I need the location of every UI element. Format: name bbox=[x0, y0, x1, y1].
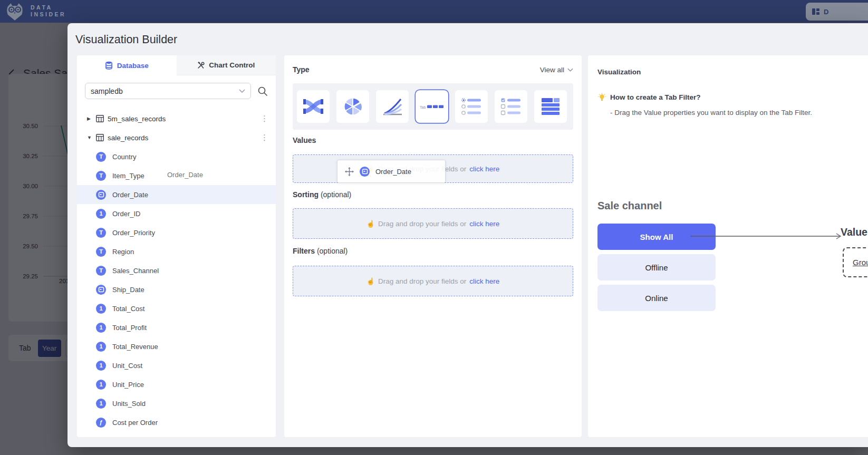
app-root: Sales Sa 30.5030.2530.0029.7529.5029.252… bbox=[0, 0, 868, 455]
pie-icon bbox=[343, 96, 363, 117]
chart-type-radio-list[interactable] bbox=[455, 90, 488, 123]
chart-type-line[interactable] bbox=[376, 90, 409, 123]
search-icon[interactable] bbox=[257, 86, 268, 96]
dashboard-button[interactable]: D bbox=[806, 3, 868, 21]
view-all-button[interactable]: View all bbox=[540, 66, 573, 74]
type-section-header: Type View all bbox=[293, 65, 573, 74]
table-icon bbox=[96, 134, 104, 141]
text-field-icon: T bbox=[96, 266, 106, 276]
caret-down-icon[interactable]: ▼ bbox=[87, 135, 92, 140]
type-section-label: Type bbox=[293, 65, 310, 74]
chart-type-pie[interactable] bbox=[336, 90, 369, 123]
text-field-icon: T bbox=[96, 247, 106, 257]
tree-row-sale-records[interactable]: ▼sale_records⋮ bbox=[77, 128, 276, 147]
visualization-preview-panel: Visualization How to create a Tab Filter… bbox=[588, 55, 868, 437]
tree-row-item-type[interactable]: TItem_Type bbox=[77, 166, 276, 185]
preview-tab-offline[interactable]: Offline bbox=[597, 254, 716, 280]
tree-row-order-priority[interactable]: TOrder_Priority bbox=[77, 223, 276, 242]
top-navbar: DATA INSIDER D bbox=[0, 0, 868, 23]
chart-type-table[interactable] bbox=[534, 90, 567, 123]
chart-type-tab-filter-selected[interactable]: Tab bbox=[416, 90, 448, 123]
sorting-dropzone[interactable]: ☝ Drag and drop your fields or click her… bbox=[293, 208, 573, 239]
text-field-icon: T bbox=[96, 228, 106, 238]
number-field-icon: 1 bbox=[96, 209, 106, 219]
chevron-down-icon bbox=[239, 89, 245, 93]
move-icon bbox=[345, 167, 354, 176]
filters-dropzone[interactable]: ☝ Drag and drop your fields or click her… bbox=[293, 266, 573, 296]
tree-row-sales-channel[interactable]: TSales_Channel bbox=[77, 261, 276, 280]
tree-row-country[interactable]: TCountry bbox=[77, 147, 276, 166]
dashboard-icon bbox=[812, 7, 820, 16]
dragged-field-chip[interactable]: Order_Date bbox=[337, 160, 446, 183]
tab-database-label: Database bbox=[117, 62, 149, 70]
dragged-field-label: Order_Date bbox=[375, 168, 411, 176]
radio-list-icon bbox=[461, 98, 482, 115]
tree-row-total-revenue[interactable]: 1Total_Revenue bbox=[77, 337, 276, 356]
lightbulb-icon bbox=[597, 93, 606, 102]
tree-row-5m-sales-records[interactable]: ▶5m_sales_records⋮ bbox=[77, 109, 276, 128]
number-field-icon: 1 bbox=[96, 380, 106, 390]
tree-row-total-cost[interactable]: 1Total_Cost bbox=[77, 299, 276, 318]
text-field-icon: T bbox=[96, 171, 106, 181]
hand-pointer-icon: ☝ bbox=[367, 220, 375, 228]
function-field-icon: ƒ bbox=[96, 418, 106, 428]
group-link[interactable]: Group bbox=[853, 258, 868, 267]
tree-row-region[interactable]: TRegion bbox=[77, 242, 276, 261]
preview-widget-title: Sale channel bbox=[597, 200, 662, 212]
modal-title: Visualization Builder bbox=[75, 33, 177, 46]
kebab-menu-icon[interactable]: ⋮ bbox=[261, 133, 268, 142]
number-field-icon: 1 bbox=[96, 399, 106, 409]
owl-logo[interactable] bbox=[5, 2, 25, 22]
table-icon bbox=[541, 98, 560, 115]
values-section-label: Values bbox=[293, 136, 316, 144]
tree-row-cost-per-order[interactable]: ƒCost per Order bbox=[77, 413, 276, 432]
chart-type-checkbox-list[interactable] bbox=[495, 90, 527, 123]
date-field-icon bbox=[360, 167, 370, 177]
database-search-row: sampledb bbox=[85, 83, 268, 99]
line-icon bbox=[382, 97, 403, 116]
number-field-icon: 1 bbox=[96, 342, 106, 352]
database-select[interactable]: sampledb bbox=[85, 83, 251, 99]
svg-text:Tab: Tab bbox=[420, 105, 426, 109]
tree-row-order-id[interactable]: 1Order_ID bbox=[77, 204, 276, 223]
database-panel: Database Chart Control sampledb bbox=[77, 55, 276, 437]
tree-row-units-sold[interactable]: 1Units_Sold bbox=[77, 394, 276, 413]
tree-row-total-profit[interactable]: 1Total_Profit bbox=[77, 318, 276, 337]
number-field-icon: 1 bbox=[96, 304, 106, 314]
text-field-icon: T bbox=[96, 152, 106, 162]
preview-tab-online[interactable]: Online bbox=[597, 285, 716, 311]
tree-row-order-date[interactable]: Order_Date bbox=[77, 185, 276, 204]
filters-click-here-link[interactable]: click here bbox=[469, 277, 499, 285]
tree-row-unit-price[interactable]: 1Unit_Price bbox=[77, 375, 276, 394]
tip-title: How to create a Tab Filter? bbox=[610, 93, 701, 101]
caret-right-icon[interactable]: ▶ bbox=[87, 116, 92, 121]
chevron-down-icon bbox=[567, 68, 573, 72]
values-click-here-link[interactable]: click here bbox=[469, 165, 499, 173]
callout-heading: Value bbox=[841, 226, 867, 238]
tab-database[interactable]: Database bbox=[77, 55, 177, 75]
chart-type-strip: Tab bbox=[293, 83, 573, 130]
date-field-icon bbox=[96, 285, 106, 295]
annotation-arrow bbox=[688, 232, 845, 240]
kebab-menu-icon[interactable]: ⋮ bbox=[261, 114, 268, 123]
checkbox-list-icon bbox=[500, 98, 522, 115]
tools-icon bbox=[197, 62, 205, 69]
sankey-icon bbox=[303, 98, 324, 115]
filters-section-label: Filters (optional) bbox=[293, 247, 348, 255]
number-field-icon: 1 bbox=[96, 361, 106, 371]
sorting-section-label: Sorting (optional) bbox=[293, 190, 351, 199]
table-icon bbox=[96, 115, 104, 122]
builder-panel: Type View all Tab Values ☝ Drag and drop… bbox=[284, 55, 582, 437]
tree-row-unit-cost[interactable]: 1Unit_Cost bbox=[77, 356, 276, 375]
panel-tabs: Database Chart Control bbox=[77, 55, 276, 75]
tab-chart-control-label: Chart Control bbox=[209, 61, 255, 69]
tree-row-ship-date[interactable]: Ship_Date bbox=[77, 280, 276, 299]
field-tree: ▶5m_sales_records⋮▼sale_records⋮TCountry… bbox=[77, 109, 276, 432]
hand-pointer-icon: ☝ bbox=[367, 277, 375, 285]
tab-chart-control[interactable]: Chart Control bbox=[177, 55, 276, 75]
visualization-builder-modal: Visualization Builder Database Chart Con… bbox=[67, 23, 868, 447]
sorting-click-here-link[interactable]: click here bbox=[469, 220, 499, 228]
tab-filter-icon: Tab bbox=[420, 102, 444, 111]
number-field-icon: 1 bbox=[96, 323, 106, 333]
chart-type-sankey[interactable] bbox=[297, 90, 330, 123]
